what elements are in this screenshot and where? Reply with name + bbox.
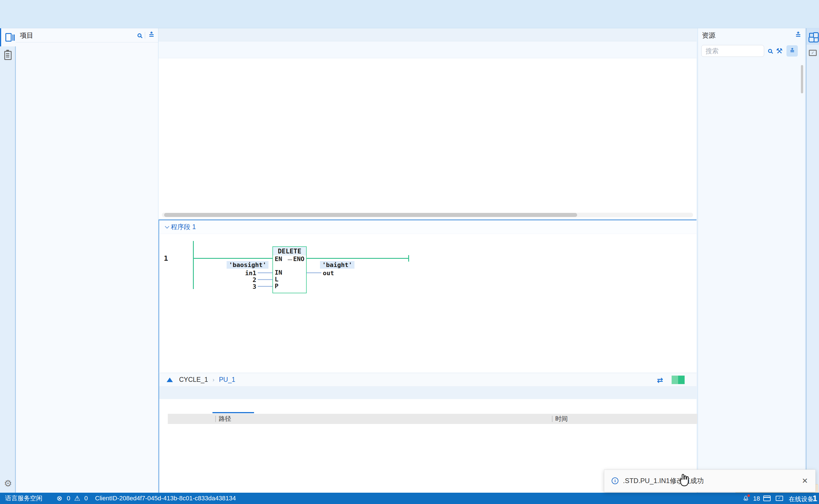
task-list-icon[interactable] <box>0 46 16 64</box>
project-panel-title: 项目 <box>20 31 137 40</box>
project-doc-icon <box>5 33 12 42</box>
network-label: 程序段 1 <box>171 223 196 231</box>
pin-p: P <box>275 283 278 290</box>
warning-count: 0 <box>84 495 88 502</box>
monitor-check-icon: ✓ <box>809 50 817 56</box>
project-tree <box>16 42 158 492</box>
online-device-count: 1 <box>812 494 817 503</box>
breadcrumb-pou[interactable]: PU_1 <box>219 376 235 384</box>
l-operand[interactable]: 2 <box>228 276 256 283</box>
clipboard-icon <box>4 51 12 60</box>
resource-grid-icon[interactable] <box>807 28 819 45</box>
status-bar: 语言服务空闲 ⊗ 0 ⚠ 0 ClientID-208ed4f7-045d-41… <box>0 493 819 504</box>
resources-list-icon[interactable]: ≛ <box>795 31 801 39</box>
info-tabs <box>159 387 697 399</box>
language-service-status: 语言服务空闲 <box>5 494 42 503</box>
errors-icon[interactable]: ⊗ <box>57 494 62 502</box>
toast-notification[interactable]: i .STD.PU_1.IN1修改值成功 ✕ <box>604 469 816 492</box>
wire-left <box>193 258 272 259</box>
client-id: ClientID-208ed4f7-045d-413b-8c01-c833da4… <box>95 495 236 502</box>
toast-message: .STD.PU_1.IN1修改值成功 <box>623 476 704 485</box>
p-stub <box>258 286 272 287</box>
menu-bar <box>0 0 819 15</box>
delete-function-block[interactable]: DELETE EN ENO IN L P <box>272 246 307 293</box>
horizontal-scrollbar[interactable] <box>162 213 693 217</box>
in-stub <box>258 272 272 273</box>
online-device-panel-icon[interactable]: ✓ <box>807 45 819 61</box>
breadcrumb-separator-icon: › <box>212 376 214 383</box>
power-rail <box>193 241 194 289</box>
p-operand[interactable]: 3 <box>228 283 256 290</box>
online-monitor-icon[interactable]: ✓ <box>776 496 783 501</box>
out-value-label[interactable]: 'baight' <box>320 261 354 269</box>
swap-arrows-icon[interactable]: ⇄ <box>657 376 663 385</box>
out-stub <box>307 272 321 273</box>
resources-title: 资源 <box>702 31 715 40</box>
network-row-number: 1 <box>164 254 168 262</box>
scrollbar-thumb[interactable] <box>164 213 577 217</box>
warnings-icon[interactable]: ⚠ <box>74 494 80 502</box>
main-toolbar <box>0 15 819 28</box>
resource-search-icon[interactable] <box>768 49 772 53</box>
status-indicator <box>672 376 685 384</box>
in-operand[interactable]: in1 <box>228 270 256 277</box>
notification-bell-icon[interactable]: 🕭 <box>743 494 749 502</box>
block-title: DELETE <box>273 247 306 255</box>
editor-area: 程序段 1 1 DELETE EN ENO IN L P 'baosight' … <box>158 28 697 493</box>
editor-tab-strip <box>158 28 697 41</box>
wire-right <box>307 258 409 259</box>
project-filter-icon[interactable]: ≛ <box>149 31 154 39</box>
active-subtab-underline <box>212 412 254 413</box>
info-subtabs <box>159 399 697 414</box>
pin-l: L <box>275 276 278 283</box>
pin-eno: ENO <box>293 255 304 262</box>
mouse-cursor <box>678 473 691 489</box>
collapse-panel-icon[interactable] <box>167 378 173 382</box>
resources-panel: 资源 ≛ 搜索 ⚒ ≛ <box>698 28 805 493</box>
toast-info-icon: i <box>612 477 618 484</box>
error-count: 0 <box>67 495 70 502</box>
online-device-label: 在线设备 <box>789 495 814 503</box>
breadcrumb-task[interactable]: CYCLE_1 <box>179 376 208 384</box>
pin-en: EN <box>275 255 282 262</box>
left-activity-bar: ⚙ <box>0 28 16 493</box>
grid-icon <box>809 33 816 40</box>
settings-gear-icon[interactable]: ⚙ <box>4 478 12 489</box>
toast-close-icon[interactable]: ✕ <box>802 477 808 485</box>
right-activity-bar: ✓ <box>806 28 819 493</box>
col-path: 路径 <box>215 416 552 422</box>
out-operand[interactable]: out <box>323 270 334 277</box>
project-panel: 项目 ≛ <box>16 28 158 493</box>
editor-toolbar <box>158 41 697 58</box>
resource-scrollbar-thumb[interactable] <box>801 65 803 93</box>
pou-breadcrumb-bar: CYCLE_1 › PU_1 ⇄ <box>159 373 697 387</box>
en-eno-link <box>288 259 292 260</box>
pin-in: IN <box>275 269 282 276</box>
resource-tools-icon[interactable]: ⚒ <box>776 47 783 55</box>
panel-toggle-icon[interactable] <box>763 496 771 501</box>
project-explorer-icon[interactable] <box>0 28 16 46</box>
project-search-icon[interactable] <box>137 33 141 37</box>
resource-search-input[interactable]: 搜索 <box>701 45 764 57</box>
resource-favorites-filter-icon[interactable]: ≛ <box>786 45 798 57</box>
wire-end-tick <box>408 255 409 262</box>
ladder-editor: 程序段 1 1 DELETE EN ENO IN L P 'baosight' … <box>158 219 697 373</box>
network-collapse-icon[interactable] <box>165 224 169 229</box>
in-value-label[interactable]: 'baosight' <box>227 261 268 269</box>
log-table-header: 路径 时间 <box>168 414 697 424</box>
col-time: 时间 <box>552 416 568 422</box>
l-stub <box>258 279 272 280</box>
notification-count: 18 <box>753 495 760 502</box>
